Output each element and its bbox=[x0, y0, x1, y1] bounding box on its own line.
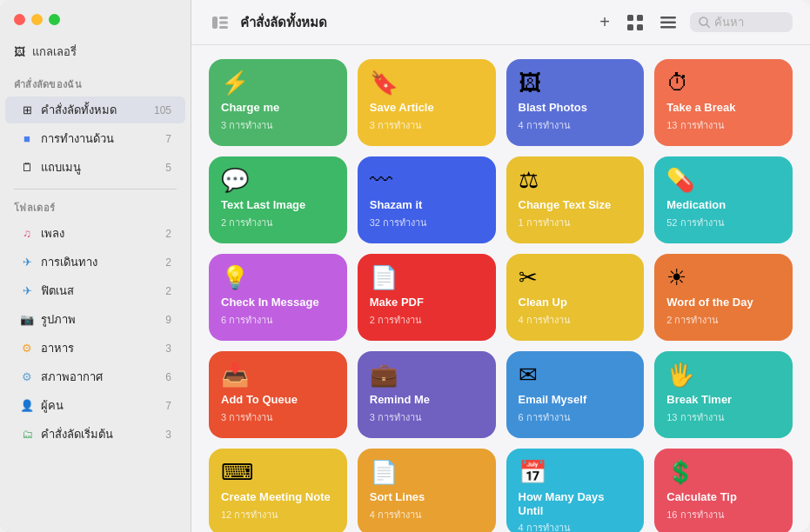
shortcut-card-check-in-message[interactable]: 💡 Check In Message 6 การทำงาน bbox=[209, 254, 347, 341]
people-label: ผู้คน bbox=[41, 396, 154, 415]
sidebar-item-food[interactable]: ⚙ อาหาร 3 bbox=[5, 335, 185, 362]
list-icon bbox=[660, 17, 676, 29]
card-title: Make PDF bbox=[370, 296, 484, 309]
shortcut-card-shazam-it[interactable]: 〰 Shazam it 32 การทำงาน bbox=[358, 156, 496, 243]
starter-count: 3 bbox=[154, 429, 171, 441]
shortcut-card-create-meeting-note[interactable]: ⌨ Create Meeting Note 12 การทำงาน bbox=[209, 449, 347, 532]
card-subtitle: 3 การทำงาน bbox=[221, 117, 335, 133]
svg-line-12 bbox=[706, 24, 710, 28]
card-subtitle: 3 การทำงาน bbox=[221, 409, 335, 425]
card-title: Sort Lines bbox=[370, 490, 484, 504]
list-view-button[interactable] bbox=[657, 15, 679, 30]
toolbar: คำสั่งลัดทั้งหมด + bbox=[191, 0, 810, 45]
card-icon: ⏱ bbox=[666, 71, 780, 94]
shortcut-card-charge-me[interactable]: ⚡ Charge me 3 การทำงาน bbox=[209, 59, 347, 146]
shortcut-card-word-of-the-day[interactable]: ☀ Word of the Day 2 การทำงาน bbox=[654, 254, 793, 341]
shortcut-card-add-to-queue[interactable]: 📥 Add To Queue 3 การทำงาน bbox=[209, 351, 347, 438]
maximize-button[interactable] bbox=[49, 14, 60, 25]
food-label: อาหาร bbox=[41, 339, 154, 357]
card-subtitle: 4 การทำงาน bbox=[519, 117, 633, 133]
shortcut-card-sort-lines[interactable]: 📄 Sort Lines 4 การทำงาน bbox=[358, 449, 496, 532]
shortcut-card-blast-photos[interactable]: 🖼 Blast Photos 4 การทำงาน bbox=[506, 59, 645, 146]
sidebar-item-personal[interactable]: ■ การทำงานด้วน 7 bbox=[5, 125, 185, 152]
shortcut-card-calculate-tip[interactable]: 💲 Calculate Tip 16 การทำงาน bbox=[654, 449, 793, 532]
shortcut-card-save-article[interactable]: 🔖 Save Article 3 การทำงาน bbox=[358, 59, 496, 146]
shortcut-card-change-text-size[interactable]: ⚖ Change Text Size 1 การทำงาน bbox=[506, 156, 645, 243]
svg-rect-6 bbox=[627, 24, 633, 30]
weather-count: 6 bbox=[154, 371, 171, 383]
card-title: Create Meeting Note bbox=[221, 490, 335, 504]
shortcut-card-medication[interactable]: 💊 Medication 52 การทำงาน bbox=[654, 156, 793, 243]
search-box bbox=[690, 12, 793, 32]
fitness-count: 2 bbox=[154, 285, 171, 297]
shortcut-card-take-a-break[interactable]: ⏱ Take a Break 13 การทำงาน bbox=[654, 59, 793, 146]
card-icon: 📥 bbox=[221, 363, 335, 386]
add-button[interactable]: + bbox=[596, 10, 613, 34]
personal-count: 7 bbox=[154, 133, 171, 145]
shortcut-card-clean-up[interactable]: ✂ Clean Up 4 การทำงาน bbox=[506, 254, 645, 341]
card-title: Text Last Image bbox=[221, 198, 335, 212]
card-title: How Many Days Until bbox=[519, 490, 633, 517]
card-icon: ✉ bbox=[519, 363, 633, 386]
shortcuts-grid: ⚡ Charge me 3 การทำงาน 🔖 Save Article 3 … bbox=[191, 45, 810, 532]
food-icon: ⚙ bbox=[19, 341, 35, 356]
shortcut-card-text-last-image[interactable]: 💬 Text Last Image 2 การทำงาน bbox=[209, 156, 347, 243]
shortcut-card-how-many-days-until[interactable]: 📅 How Many Days Until 4 การทำงาน bbox=[506, 449, 645, 532]
sidebar-item-weather[interactable]: ⚙ สภาพอากาศ 6 bbox=[5, 363, 185, 390]
sidebar-item-all[interactable]: ⊞ คำสั่งลัดทั้งหมด 105 bbox=[5, 96, 185, 123]
weather-icon: ⚙ bbox=[19, 369, 35, 385]
search-input[interactable] bbox=[714, 16, 784, 29]
card-title: Calculate Tip bbox=[666, 490, 780, 504]
fitness-label: ฟิตเนส bbox=[41, 282, 154, 300]
svg-rect-8 bbox=[660, 17, 676, 19]
card-icon: ☀ bbox=[666, 266, 780, 289]
sidebar-item-menubar[interactable]: 🗒 แถบเมนู 5 bbox=[5, 154, 185, 181]
shortcut-card-email-myself[interactable]: ✉ Email Myself 6 การทำงาน bbox=[506, 351, 645, 438]
window-controls bbox=[0, 14, 191, 37]
music-count: 2 bbox=[154, 228, 171, 240]
people-icon: 👤 bbox=[19, 398, 35, 414]
card-icon: 🖼 bbox=[519, 71, 633, 94]
card-title: Charge me bbox=[221, 101, 335, 115]
svg-rect-5 bbox=[637, 15, 643, 21]
add-icon: + bbox=[599, 12, 610, 32]
card-subtitle: 16 การทำงาน bbox=[666, 507, 780, 522]
main-content: คำสั่งลัดทั้งหมด + bbox=[191, 0, 810, 532]
travel-label: การเดินทาง bbox=[41, 253, 154, 271]
photos-icon: 📷 bbox=[19, 312, 35, 328]
card-title: Clean Up bbox=[519, 296, 633, 309]
sidebar-item-photos[interactable]: 📷 รูปภาพ 9 bbox=[5, 306, 185, 333]
sidebar-item-music[interactable]: ♫ เพลง 2 bbox=[5, 220, 185, 247]
card-icon: ✂ bbox=[519, 266, 633, 289]
fitness-icon: ✈ bbox=[19, 283, 35, 299]
card-icon: ⚖ bbox=[519, 169, 633, 191]
grid-view-button[interactable] bbox=[624, 13, 646, 32]
sidebar-item-starter[interactable]: 🗂 คำสั่งลัดเริ่มต้น 3 bbox=[5, 421, 185, 448]
shortcut-card-remind-me[interactable]: 💼 Remind Me 3 การทำงาน bbox=[358, 351, 496, 438]
card-subtitle: 4 การทำงาน bbox=[519, 312, 633, 328]
sidebar-item-people[interactable]: 👤 ผู้คน 7 bbox=[5, 392, 185, 419]
photos-label: รูปภาพ bbox=[41, 310, 154, 329]
card-title: Take a Break bbox=[666, 101, 780, 115]
close-button[interactable] bbox=[14, 14, 25, 25]
minimize-button[interactable] bbox=[31, 14, 43, 25]
shortcut-card-make-pdf[interactable]: 📄 Make PDF 2 การทำงาน bbox=[358, 254, 496, 341]
card-title: Add To Queue bbox=[221, 393, 335, 407]
card-subtitle: 6 การทำงาน bbox=[519, 409, 633, 425]
shortcut-card-break-timer[interactable]: 🖐 Break Timer 13 การทำงาน bbox=[654, 351, 793, 438]
app-window: 🖼 แกลเลอรี่ คำสั่งลัดของฉัน ⊞ คำสั่งลัดท… bbox=[0, 0, 810, 532]
card-subtitle: 13 การทำงาน bbox=[666, 409, 780, 425]
food-count: 3 bbox=[154, 342, 171, 355]
sidebar-toggle-button[interactable] bbox=[209, 15, 231, 30]
svg-rect-1 bbox=[219, 17, 228, 19]
sidebar-item-travel[interactable]: ✈ การเดินทาง 2 bbox=[5, 249, 185, 276]
gallery-link[interactable]: 🖼 แกลเลอรี่ bbox=[0, 37, 191, 66]
sidebar-toggle-icon bbox=[212, 17, 228, 29]
card-subtitle: 3 การทำงาน bbox=[370, 409, 484, 425]
toolbar-left: คำสั่งลัดทั้งหมด bbox=[209, 12, 327, 33]
sidebar-item-fitness[interactable]: ✈ ฟิตเนส 2 bbox=[5, 277, 185, 304]
svg-rect-3 bbox=[219, 26, 228, 29]
card-icon: 📅 bbox=[519, 461, 633, 483]
svg-rect-4 bbox=[627, 15, 633, 21]
card-subtitle: 13 การทำงาน bbox=[666, 117, 780, 133]
